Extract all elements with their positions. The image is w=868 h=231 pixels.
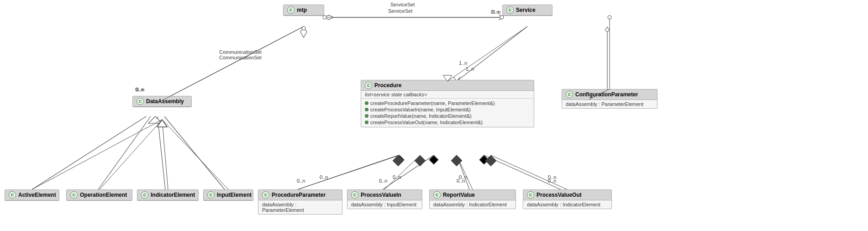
class-ine-name: InputElement xyxy=(217,192,252,198)
class-icon-pvo: C xyxy=(527,191,534,199)
class-service: C Service xyxy=(502,5,552,16)
label-serviceset: ServiceSet xyxy=(388,8,412,14)
diagram-container: ServiceSet 0..n CommunicationSet 0..n 1.… xyxy=(0,0,868,231)
svg-marker-13 xyxy=(148,116,162,123)
svg-line-14 xyxy=(298,155,400,189)
class-rv-name: ReportValue xyxy=(443,192,475,198)
class-procedure: C Procedure list<service state callbacks… xyxy=(361,80,534,127)
svg-marker-42 xyxy=(393,155,404,166)
label-mult-da: 0..n xyxy=(136,87,144,92)
svg-line-2 xyxy=(499,15,502,17)
label-mult-service: 0..n xyxy=(491,9,499,15)
class-icon-ae: C xyxy=(9,191,16,199)
class-icon-pp: C xyxy=(262,191,269,199)
class-pp-attr: dataAssembly : ParameterElement xyxy=(258,200,342,214)
class-pvo-attr: dataAssembly : IndicatorElement xyxy=(523,200,611,209)
method-3: createReportValue(name, IndicatorElement… xyxy=(365,113,530,119)
class-procedureparam: C ProcedureParameter dataAssembly : Para… xyxy=(258,189,342,215)
class-pvi-name: ProcessValueIn xyxy=(361,192,401,198)
label-mult-pvi: 0..n xyxy=(379,178,387,184)
class-reportvalue: C ReportValue dataAssembly : IndicatorEl… xyxy=(429,189,516,209)
svg-line-41 xyxy=(298,155,398,189)
svg-line-38 xyxy=(162,120,168,189)
class-icon-proc: C xyxy=(365,82,372,89)
class-ie-header: C IndicatorElement xyxy=(137,190,198,200)
label-mult-pp: 0..n xyxy=(297,178,305,184)
class-dataassembly: C DataAssembly xyxy=(132,96,192,107)
svg-marker-19 xyxy=(452,155,461,164)
svg-marker-15 xyxy=(395,155,404,164)
dot-1 xyxy=(365,101,368,105)
class-operationelement: C OperationElement xyxy=(66,189,132,201)
class-pvo-header: C ProcessValueOut xyxy=(523,190,611,200)
class-procedure-stereotype: list<service state callbacks> xyxy=(361,91,534,99)
class-configparam: C ConfigurationParameter dataAssembly : … xyxy=(562,89,658,109)
label-communicationset: CommunicationSet xyxy=(219,55,262,60)
class-inputelement-header: C InputElement xyxy=(204,190,253,200)
class-cp-name: ConfigurationParameter xyxy=(575,91,638,98)
label-mult-pvo: 0..n xyxy=(548,178,556,184)
class-activeelement: C ActiveElement xyxy=(5,189,59,201)
svg-text:0..n: 0..n xyxy=(320,174,328,180)
svg-marker-40 xyxy=(157,120,167,127)
svg-line-4 xyxy=(162,26,304,100)
class-icon-service: C xyxy=(506,6,514,14)
class-ae-name: ActiveElement xyxy=(18,192,56,198)
class-dataassembly-header: C DataAssembly xyxy=(133,96,191,107)
svg-line-30 xyxy=(162,26,304,100)
svg-marker-48 xyxy=(451,155,462,166)
svg-point-26 xyxy=(323,16,326,19)
dot-2 xyxy=(365,108,368,111)
class-da-name: DataAssembly xyxy=(146,98,184,105)
svg-point-55 xyxy=(608,16,611,19)
class-icon-ine: C xyxy=(207,191,215,199)
svg-text:0..n: 0..n xyxy=(393,174,401,180)
svg-line-33 xyxy=(447,26,527,81)
class-processvalueout: C ProcessValueOut dataAssembly : Indicat… xyxy=(523,189,612,209)
svg-line-9 xyxy=(32,116,146,189)
svg-point-24 xyxy=(605,28,609,31)
dot-3 xyxy=(365,114,368,118)
class-rv-attr: dataAssembly : IndicatorElement xyxy=(430,200,516,209)
svg-line-44 xyxy=(384,155,420,189)
class-icon-ie: C xyxy=(141,191,148,199)
svg-line-11 xyxy=(158,116,165,189)
svg-text:1..n: 1..n xyxy=(459,60,467,66)
svg-line-36 xyxy=(32,120,162,189)
method-4: createProcessValueOut(name, IndicatorEle… xyxy=(365,119,530,126)
method-2: createProcessValueIn(name, InputElement&… xyxy=(365,106,530,113)
svg-marker-1 xyxy=(324,15,333,20)
label-mult-rv: 0..n xyxy=(457,178,465,184)
svg-marker-51 xyxy=(485,155,496,166)
class-icon-rv: C xyxy=(433,191,441,199)
class-inputelement: C InputElement xyxy=(203,189,253,201)
class-pvi-attr: dataAssembly : InputElement xyxy=(347,200,422,209)
svg-marker-45 xyxy=(415,155,426,166)
dot-4 xyxy=(365,121,368,124)
label-mult-proc: 1..n xyxy=(466,66,474,72)
class-service-name: Service xyxy=(516,7,536,13)
class-processvaluein: C ProcessValueIn dataAssembly : InputEle… xyxy=(347,189,422,209)
method-1: createProcedureParameter(name, Parameter… xyxy=(365,100,530,106)
class-icon-da: C xyxy=(137,98,144,105)
svg-point-31 xyxy=(302,26,305,30)
svg-line-37 xyxy=(100,120,162,189)
class-procedure-methods: createProcedureParameter(name, Parameter… xyxy=(361,99,534,127)
svg-line-39 xyxy=(162,120,228,189)
svg-marker-5 xyxy=(300,26,307,37)
class-icon-pvi: C xyxy=(351,191,358,199)
class-service-header: C Service xyxy=(503,5,552,16)
svg-text:CommunicationSet: CommunicationSet xyxy=(219,49,262,55)
class-cp-attr: dataAssembly : ParameterElement xyxy=(562,100,657,108)
label-serviceset-svg: ServiceSet xyxy=(390,2,415,7)
svg-marker-21 xyxy=(479,155,489,164)
svg-line-6 xyxy=(457,26,527,81)
class-pvo-name: ProcessValueOut xyxy=(537,192,582,198)
svg-line-50 xyxy=(491,155,567,189)
class-icon-oe: C xyxy=(70,191,78,199)
class-oe-header: C OperationElement xyxy=(67,190,132,200)
svg-line-12 xyxy=(164,116,225,189)
class-indicatorelement: C IndicatorElement xyxy=(137,189,199,201)
class-proc-name: Procedure xyxy=(374,82,401,89)
class-procedure-header: C Procedure xyxy=(361,80,534,91)
